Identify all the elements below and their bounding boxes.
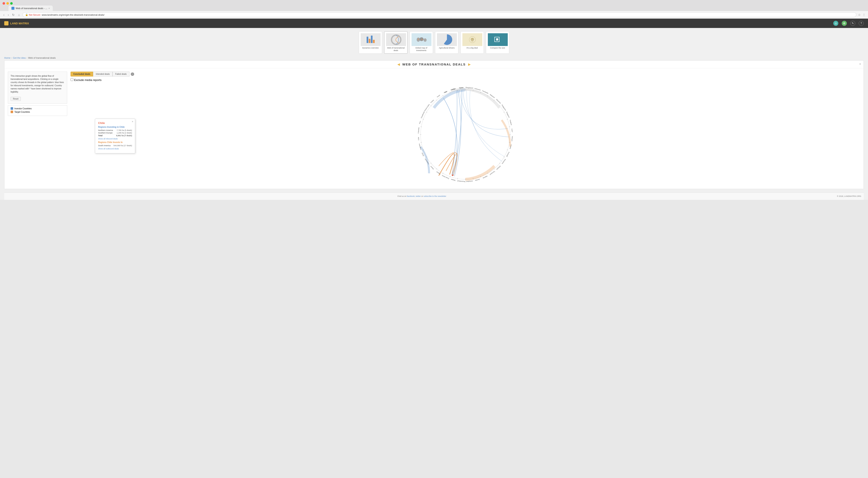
thumb-map-label: Global map of investments [411, 47, 431, 52]
menu-icon[interactable]: ⋮ [863, 13, 865, 17]
url-text: www.landmatrix.org/en/get-the-idea/web-t… [42, 13, 104, 16]
close-button[interactable] [3, 2, 5, 5]
svg-text:Thailand: Thailand [509, 120, 513, 125]
thumb-ag-img [437, 33, 457, 46]
help-icon[interactable]: ? [859, 21, 864, 26]
tooltip-close-icon[interactable]: × [132, 120, 133, 123]
svg-text:Mozambique: Mozambique [457, 180, 466, 183]
svg-text:Zimbabwe: Zimbabwe [466, 181, 473, 183]
facebook-link[interactable]: facebook [407, 195, 415, 197]
viz-right-panel: Concluded deals Intended deals Failed de… [70, 72, 860, 185]
svg-text:Saudi Arabia: Saudi Arabia [424, 104, 430, 111]
thumb-dynamics-overview[interactable]: Dynamics overview [359, 31, 382, 54]
bar4 [373, 40, 375, 43]
compass-icon[interactable]: ◎ [833, 21, 838, 26]
minimize-button[interactable] [6, 2, 9, 5]
map-thumb-svg [414, 35, 429, 44]
copyright: © 2018, LANDMATRIX.ORG [837, 195, 862, 197]
chord-diagram-area[interactable]: China India Japan Bangladesh Indonesia C… [70, 84, 860, 185]
not-secure-indicator: 🔓 Not Secure [25, 13, 40, 16]
breadcrumb-home[interactable]: Home [4, 57, 10, 59]
browser-right-icons: ☆ ⋮ [858, 13, 865, 17]
info-icon[interactable]: i [131, 72, 134, 76]
thumb-big-label: It's a big deal [462, 47, 482, 50]
left-deco: ◀ [397, 62, 400, 66]
exclude-checkbox[interactable] [70, 78, 73, 81]
breadcrumb-sep2: › [27, 57, 27, 59]
svg-text:Chile: Chile [418, 137, 420, 140]
exclude-text: Exclude media reports [74, 78, 101, 82]
legend-orange-swatch [10, 110, 13, 113]
chord-diagram-svg[interactable]: China India Japan Bangladesh Indonesia C… [414, 84, 516, 185]
pie-thumb-icon [437, 33, 457, 46]
svg-text:Philippines: Philippines [501, 104, 507, 111]
tab-bar: Web of transnational deals - ... × [0, 5, 868, 11]
svg-text:Ethiopia: Ethiopia [496, 165, 501, 170]
tooltip-value-1: 1,206 ha (2 deals) [115, 132, 132, 134]
address-bar[interactable]: 🔓 Not Secure www.landmatrix.org/en/get-t… [23, 12, 856, 17]
thumb-map-img [411, 33, 431, 46]
chord-thumb-svg [390, 34, 402, 45]
tooltip-investing-table: Northern America 7,785 ha (5 deals) Sout… [98, 129, 132, 137]
tooltip-invests-title: Regions Chile Invests In [98, 141, 132, 144]
right-deco: ▶ [468, 62, 471, 66]
intended-deals-btn[interactable]: Intended deals [93, 72, 113, 76]
subscribe-link[interactable]: subscribe to the newsletter [424, 195, 446, 197]
legend-target: Target Countries [10, 110, 64, 113]
fullscreen-button[interactable] [10, 2, 13, 5]
reset-button[interactable]: Reset [10, 97, 21, 101]
thumb-global-map[interactable]: Global map of investments [410, 31, 433, 54]
thumb-ag-label: Agricultural drivers [437, 47, 457, 50]
lock-icon: 🔓 [25, 13, 28, 16]
viz-body: This interactive graph shows the global … [4, 68, 864, 189]
tooltip-invests-table: South America 544,969 ha (17 deals) [98, 144, 132, 147]
reload-button[interactable]: ↻ [11, 13, 16, 17]
thumb-big-img: Ethiopia [462, 33, 482, 46]
tooltip-investing-title: Regions Investing in Chile [98, 126, 132, 128]
thumb-dynamics-img [361, 33, 381, 46]
svg-text:Peru: Peru [419, 121, 421, 124]
bookmark-icon[interactable]: ☆ [858, 13, 861, 17]
address-bar-row: ‹ › ↻ ⌂ 🔓 Not Secure www.landmatrix.org/… [0, 11, 868, 19]
svg-line-84 [443, 95, 443, 96]
bar1 [367, 37, 368, 43]
thumb-big-deal[interactable]: Ethiopia It's a big deal [461, 31, 484, 54]
viz-thumbnails: Dynamics overview Web of transnational d… [0, 28, 868, 55]
viz-close-icon[interactable]: × [859, 62, 861, 66]
thumb-compare-label: Compare the size [488, 47, 507, 50]
show-inbound-link[interactable]: Show all inbound deals [98, 138, 132, 140]
header-icons: ◎ ✿ ✎ ? [833, 21, 864, 26]
thumb-compare[interactable]: Compare the size [486, 31, 509, 54]
svg-text:Israel: Israel [437, 95, 440, 98]
exclude-row: Exclude media reports [70, 78, 860, 82]
svg-point-5 [422, 39, 423, 40]
concluded-deals-btn[interactable]: Concluded deals [70, 72, 93, 76]
svg-text:Colombia: Colombia [417, 127, 420, 134]
svg-point-3 [424, 38, 427, 42]
tab-close-icon[interactable]: × [49, 7, 50, 9]
svg-line-72 [443, 173, 443, 174]
svg-point-4 [418, 39, 419, 40]
map2-thumb-icon: Ethiopia [462, 33, 482, 46]
not-secure-label: Not Secure [29, 13, 40, 16]
edit-icon[interactable]: ✎ [850, 21, 855, 26]
show-outbound-link[interactable]: Show all outbound deals [98, 148, 132, 150]
tooltip-total-label: Total [98, 134, 115, 137]
exclude-label[interactable]: Exclude media reports [70, 78, 101, 82]
bar3 [371, 36, 373, 43]
back-button[interactable]: ‹ [3, 13, 5, 17]
leaf-icon[interactable]: ✿ [842, 21, 847, 26]
thumb-web-deals[interactable]: Web of transnational deals [384, 31, 407, 54]
home-button[interactable]: ⌂ [17, 13, 21, 17]
bar2 [369, 39, 370, 43]
thumb-ag-drivers[interactable]: Agricultural drivers [435, 31, 458, 54]
map-thumb-icon [411, 33, 431, 46]
tooltip-country-title: Chile [98, 121, 132, 125]
svg-point-2 [420, 37, 424, 41]
tooltip-row-1: Southern Europe 1,206 ha (2 deals) [98, 132, 132, 134]
active-tab[interactable]: Web of transnational deals - ... × [8, 5, 53, 11]
breadcrumb-get-idea[interactable]: Get the idea [13, 57, 26, 59]
failed-deals-btn[interactable]: Failed deals [113, 72, 129, 76]
twitter-link[interactable]: twitter [416, 195, 421, 197]
forward-button[interactable]: › [7, 13, 10, 17]
